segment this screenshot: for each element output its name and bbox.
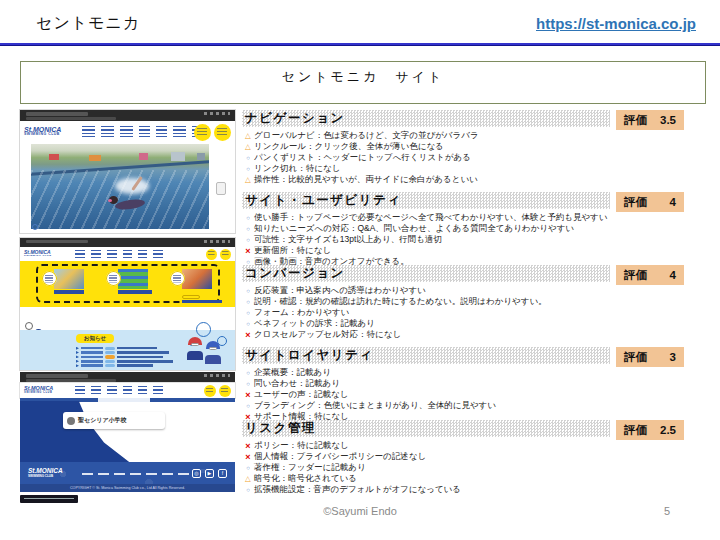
circle-marker-icon: ○ [242,319,254,329]
news-row [76,364,173,368]
rating-value: 4 [670,269,676,281]
browser-chrome [20,110,235,121]
eval-item: ○企業概要：記載あり [242,367,706,378]
zoom-icon [32,224,38,230]
site-url-link[interactable]: https://st-monica.co.jp [456,15,696,32]
rating-badge: 評価 3.5 [616,110,684,130]
cross-marker-icon: × [242,390,254,400]
instagram-icon: ◎ [192,469,201,478]
rating-badge: 評価 2.5 [616,420,684,440]
title-box: セントモニカ サイト [20,61,706,104]
eval-item: ×個人情報：プライバシーポリシーの記述なし [242,451,706,462]
course-caption [118,290,152,294]
eval-item: ○ベネフィットの訴求：記載あり [242,318,706,329]
eval-item: ○使い勝手：トップページで必要なページへ全て飛べてわかりやすい、体験と予約も見や… [242,212,706,223]
course-card [108,269,152,301]
rating-label: 評価 [624,268,647,283]
eval-item-text: クロスセルアップセル対応：特になし [254,329,401,341]
eval-item: ×更新個所：特になし [242,245,706,256]
section-risk: リスク管理 評価 2.5 ×ポリシー：特に記載なし×個人情報：プライバシーポリシ… [242,420,706,495]
course-card [44,269,88,301]
date-badge-icon [170,271,185,286]
section-conversion: コンバージョン 評価 4 ○反応装置：申込案内への誘導はわかりやすい○説明・確認… [242,265,706,340]
site-header: St.MONICA SWIMMING CLUB [20,247,235,261]
slide: セントモニカ https://st-monica.co.jp セントモニカ サイ… [0,0,720,540]
section-usability: サイト・ユーザビリティ 評価 4 ○使い勝手：トップページで必要なページへ全て飛… [242,192,706,267]
section-navigation: ナビゲーション 評価 3.5 △グローバルナビ：色は変わるけど、文字の並びがバラ… [242,110,706,185]
eval-item: ○パンくずリスト：ヘッダーにトップへ行くリストがある [242,152,706,163]
eval-item: ○拡張機能設定：音声のデフォルトがオフになっている [242,484,706,495]
news-label: お知らせ [76,334,114,343]
eval-item: ○ブランディング：色使いにまとまりがあり、全体的に見やすい [242,400,706,411]
rating-value: 3.5 [660,114,676,126]
section-loyalty: サイトロイヤリティ 評価 3 ○企業概要：記載あり○問い合わせ：記載あり×ユーザ… [242,347,706,422]
news-section: お知らせ [20,330,235,370]
circle-marker-icon: ○ [242,297,254,307]
tag-pill [182,295,200,299]
rating-badge: 評価 3 [616,347,684,367]
course-photo [54,269,84,289]
eval-item-text: 操作性：比較的見やすいが、両サイドに余白があるといい [254,174,478,186]
box-title: セントモニカ サイト [21,62,705,86]
course-photo [182,269,212,289]
eval-item: ○反応装置：申込案内への誘導はわかりやすい [242,285,706,296]
circle-marker-icon: ○ [242,235,254,245]
facebook-icon: f [218,469,227,478]
circle-marker-icon: ○ [242,153,254,163]
triangle-marker-icon: △ [242,175,254,185]
eval-item: ×ユーザーの声：記載なし [242,389,706,400]
circle-marker-icon: ○ [242,368,254,378]
circle-marker-icon: ○ [242,213,254,223]
rating-label: 評価 [624,350,647,365]
site-header: St.MONICA SWIMMING CLUB [20,383,235,398]
circle-marker-icon: ○ [242,224,254,234]
eval-item: △操作性：比較的見やすいが、両サイドに余白があるといい [242,174,706,185]
circle-marker-icon: ○ [242,164,254,174]
section-title: ナビゲーション [242,110,610,127]
section-title: リスク管理 [242,420,610,437]
eval-item: △グローバルナビ：色は変わるけど、文字の並びがバラバラ [242,130,706,141]
circle-marker-icon: ○ [242,401,254,411]
nav-menu [75,386,163,395]
site-logo: St.MONICA SWIMMING CLUB [28,468,63,478]
section-title: サイト・ユーザビリティ [242,192,610,209]
browser-tab [26,112,88,116]
screenshot-courses-news: St.MONICA SWIMMING CLUB [20,238,235,370]
eval-item: ○フォーム：わかりやすい [242,307,706,318]
circle-marker-icon: ○ [242,286,254,296]
reserve-button-icon [219,385,231,397]
triangle-marker-icon: △ [242,131,254,141]
youtube-icon: ▶ [205,469,214,478]
eval-item: ○知りたいニーズへの対応：Q&A、問い合わせ、よくある質問全てありわかりやすい [242,223,706,234]
course-card [172,269,216,301]
date-badge-icon [106,271,121,286]
course-caption [182,300,222,303]
date-badge-icon [42,271,57,286]
page-widget-icon [216,182,226,195]
site-logo: St.MONICA SWIMMING CLUB [24,250,51,258]
news-list [76,346,173,368]
swim-goggles [108,199,112,202]
circle-marker-icon: ○ [242,485,254,495]
course-banner [20,261,235,307]
rating-label: 評価 [624,423,647,438]
site-logo: St.MONICA SWIMMING CLUB [24,386,53,394]
course-photo [118,269,148,289]
credit-text: ©Sayumi Endo [0,505,720,517]
site-header: St.MONICA SWIMMING CLUB [20,121,235,144]
bubble-icon [25,322,33,330]
page-title: セントモニカ [36,13,140,34]
cross-marker-icon: × [242,246,254,256]
circle-marker-icon: ○ [242,308,254,318]
eval-item: ○可読性：文字サイズも13pt以上あり、行間も適切 [242,234,706,245]
triangle-marker-icon: △ [242,474,254,484]
rating-badge: 評価 4 [616,192,684,212]
browser-chrome [20,372,235,383]
eval-item: ×クロスセルアップセル対応：特になし [242,329,706,340]
cookie-bar [20,495,78,503]
eval-item: △リンクルール：クリック後、全体が薄い色になる [242,141,706,152]
school-emblem-icon [67,417,75,425]
eval-item-text: 拡張機能設定：音声のデフォルトがオフになっている [254,484,461,496]
trial-button-icon [194,124,211,141]
pool-photo [31,144,209,229]
